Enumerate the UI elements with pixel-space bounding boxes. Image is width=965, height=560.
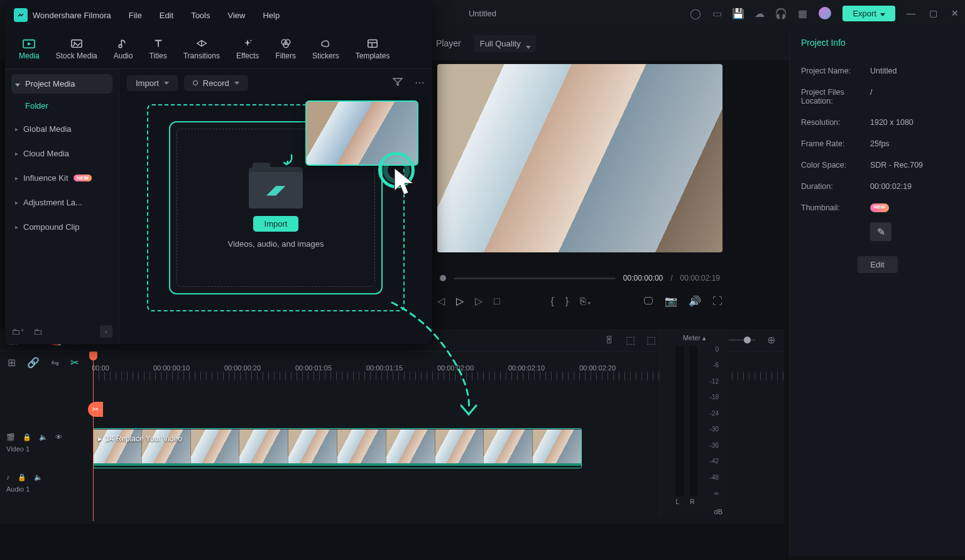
- prev-frame-icon[interactable]: ◁: [437, 295, 445, 307]
- avatar[interactable]: [819, 7, 831, 19]
- import-dropdown[interactable]: Import: [127, 75, 178, 91]
- clip-type-icon: ▸: [98, 434, 102, 443]
- ruler-label: 00:00: [92, 364, 109, 372]
- fullscreen-icon[interactable]: ⛶: [712, 296, 722, 307]
- record-icon[interactable]: ◯: [690, 8, 701, 18]
- document-title: Untitled: [469, 9, 496, 18]
- app-title: Wondershare Filmora: [33, 11, 111, 20]
- mark-out-icon[interactable]: }: [565, 296, 569, 307]
- video-track-header[interactable]: 🎬🔒🔈👁 Video 1: [0, 429, 93, 470]
- import-button[interactable]: Import: [253, 216, 299, 232]
- folder-icon[interactable]: 🗀: [33, 326, 42, 337]
- tab-transitions[interactable]: Transitions: [182, 35, 221, 63]
- sidebar-item-global-media[interactable]: ▸Global Media: [11, 118, 112, 140]
- tab-filters[interactable]: Filters: [274, 35, 297, 63]
- preview-viewport[interactable]: [437, 64, 722, 252]
- play-icon[interactable]: ▷: [456, 295, 464, 307]
- tl-adjust-icon[interactable]: ⬚: [626, 334, 635, 346]
- sound-icon[interactable]: 🔊: [689, 295, 701, 307]
- export-button[interactable]: Export: [842, 6, 895, 21]
- playhead[interactable]: [93, 352, 94, 521]
- thumbnail-edit-icon[interactable]: ✎: [870, 222, 891, 241]
- razor-icon[interactable]: ✂: [70, 357, 79, 369]
- ruler-label: 00:00:00:10: [153, 364, 190, 372]
- snapshot-icon[interactable]: 📷: [665, 295, 677, 307]
- scrub-track[interactable]: [454, 277, 616, 279]
- menu-help[interactable]: Help: [263, 11, 280, 20]
- sidebar-project-media[interactable]: Project Media: [11, 74, 112, 94]
- menu-edit[interactable]: Edit: [160, 11, 173, 20]
- current-time: 00:00:00:00: [623, 274, 663, 283]
- ruler-label: 00:00:02:20: [579, 364, 616, 372]
- track-tools: ⊞ 🔗 ⇋ ✂: [8, 357, 79, 369]
- sidebar-item-compound-clip[interactable]: ▸Compound Clip: [11, 216, 112, 238]
- save-icon[interactable]: 💾: [733, 8, 743, 18]
- tab-stock-media[interactable]: Stock Media: [55, 35, 99, 63]
- tab-effects[interactable]: Effects: [235, 35, 260, 63]
- edit-button[interactable]: Edit: [858, 256, 898, 273]
- svg-point-3: [119, 45, 122, 48]
- settings-dropdown-icon[interactable]: ⎘▾: [580, 296, 592, 307]
- svg-rect-8: [368, 40, 377, 47]
- ruler-label: 00:00:00:20: [224, 364, 261, 372]
- menu-tools[interactable]: Tools: [191, 11, 210, 20]
- mute-icon[interactable]: 🔈: [34, 473, 43, 482]
- sidebar-item-adjustment-layer[interactable]: ▸Adjustment La...: [11, 191, 112, 213]
- menu-file[interactable]: File: [129, 11, 142, 20]
- cursor-icon: [392, 167, 420, 200]
- mark-in-icon[interactable]: {: [551, 296, 554, 307]
- add-track-icon[interactable]: ⊞: [8, 357, 16, 369]
- app-logo: Wondershare Filmora: [14, 8, 111, 22]
- new-folder-icon[interactable]: 🗀⁺: [11, 326, 25, 337]
- meter-left-channel: [675, 346, 684, 497]
- next-frame-icon[interactable]: ▷: [475, 295, 482, 307]
- tl-crop-icon[interactable]: ⬚: [646, 334, 656, 346]
- tab-strip: Media Stock Media Audio Titles Transitio…: [5, 29, 432, 69]
- ruler-label: 00:00:01:05: [295, 364, 332, 372]
- split-icon[interactable]: ⇋: [51, 357, 59, 369]
- close-icon[interactable]: ✕: [951, 8, 959, 18]
- playhead-cut-icon[interactable]: ✂: [88, 402, 103, 417]
- tab-templates[interactable]: Templates: [354, 35, 391, 63]
- sidebar-folder[interactable]: Folder: [11, 96, 112, 116]
- tab-titles[interactable]: Titles: [148, 35, 168, 63]
- apps-icon[interactable]: ▦: [797, 8, 807, 18]
- tab-stickers[interactable]: Stickers: [311, 35, 341, 63]
- device-icon[interactable]: ▭: [712, 8, 722, 18]
- zoom-in-icon[interactable]: ⊕: [767, 334, 775, 346]
- collapse-sidebar-button[interactable]: ‹: [100, 325, 112, 338]
- tab-audio[interactable]: Audio: [112, 35, 134, 63]
- minimize-icon[interactable]: —: [907, 8, 915, 18]
- cloud-icon[interactable]: ☁: [755, 8, 765, 18]
- sidebar-item-influence-kit[interactable]: ▸Influence KitNEW: [11, 167, 112, 189]
- stop-icon[interactable]: □: [494, 296, 500, 307]
- eye-icon[interactable]: 👁: [55, 433, 62, 441]
- sidebar-item-cloud-media[interactable]: ▸Cloud Media: [11, 143, 112, 164]
- audio-track-header[interactable]: ♪🔒🔈 Audio 1: [0, 470, 93, 510]
- scrub-handle[interactable]: [440, 275, 446, 281]
- thumbnail-new-badge: NEW: [870, 203, 889, 212]
- quality-select[interactable]: Full Quality: [474, 35, 536, 52]
- ruler-label: 00:00:02:10: [508, 364, 545, 372]
- link-track-icon[interactable]: 🔗: [27, 357, 40, 369]
- ruler-label: 00:00:01:15: [366, 364, 403, 372]
- lock-icon[interactable]: 🔒: [18, 473, 26, 482]
- meter-title[interactable]: Meter ▴: [667, 334, 722, 342]
- more-icon[interactable]: ⋯: [415, 77, 425, 89]
- media-sidebar: Project Media Folder ▸Global Media ▸Clou…: [5, 69, 119, 344]
- mute-icon[interactable]: 🔈: [39, 433, 48, 441]
- svg-point-4: [250, 40, 251, 41]
- maximize-icon[interactable]: ▢: [929, 8, 937, 18]
- menu-view[interactable]: View: [227, 11, 245, 20]
- headphones-icon[interactable]: 🎧: [776, 8, 786, 18]
- record-dropdown[interactable]: Record: [184, 75, 248, 91]
- display-icon[interactable]: 🖵: [643, 296, 653, 307]
- tab-media[interactable]: Media: [18, 35, 41, 63]
- note-icon: ♪: [6, 473, 10, 482]
- meter-right-channel: [689, 346, 698, 497]
- project-info-panel: Project Info Project Name:Untitled Proje…: [789, 29, 965, 556]
- filter-icon[interactable]: [392, 77, 403, 89]
- lock-icon[interactable]: 🔒: [23, 433, 31, 441]
- tl-mixer-icon[interactable]: 🎚: [604, 335, 614, 346]
- meter-unit: dB: [667, 508, 722, 515]
